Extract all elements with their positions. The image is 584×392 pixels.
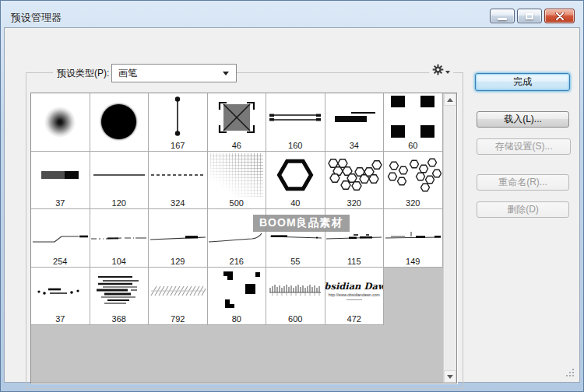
done-button[interactable]: 完成: [475, 73, 570, 91]
preset-menu-button[interactable]: [429, 62, 453, 77]
gear-icon: [432, 64, 444, 75]
preset-cell[interactable]: 368: [90, 268, 150, 326]
brush-size-label: 60: [384, 141, 442, 150]
brush-size-label: 55: [266, 257, 325, 266]
preset-list: 167 46 160346037120324500403203202541041…: [30, 93, 457, 383]
preset-cell[interactable]: 149: [384, 209, 443, 268]
preset-cell[interactable]: 60: [384, 93, 443, 152]
dialog-body: 预设类型(P): 画笔 167 46 16034603712032450040: [4, 27, 580, 383]
preset-cell[interactable]: 37: [31, 268, 90, 326]
minimize-button[interactable]: [490, 9, 515, 23]
line-dots-brush-preview: [167, 96, 188, 139]
wave-step-brush-preview: [32, 211, 89, 256]
preset-grid: 167 46 160346037120324500403203202541041…: [31, 93, 443, 383]
halftone-brush-preview: [210, 153, 263, 197]
preset-type-select[interactable]: 画笔: [111, 64, 237, 82]
preset-cell[interactable]: 500: [208, 152, 267, 210]
scrollbar-up-button[interactable]: [444, 93, 456, 106]
arrow-down-icon: [447, 375, 453, 379]
wave-broken-brush-preview: [90, 211, 147, 256]
preset-cell[interactable]: 80: [208, 268, 267, 326]
dark-bar-brush-preview: [41, 171, 79, 179]
preset-cell[interactable]: 120: [90, 152, 150, 210]
brush-size-label: 40: [266, 198, 325, 208]
window-title: 预设管理器: [11, 11, 62, 25]
preset-cell[interactable]: 34: [325, 93, 385, 152]
preset-cell[interactable]: 46: [208, 93, 267, 152]
delete-button: 删除(D): [477, 201, 569, 218]
signature-brush-preview: Obsidian Dawn http://www.obsidiandawn.co…: [325, 282, 385, 301]
dashed-line-brush-preview: [150, 173, 205, 177]
brush-size-label: 368: [90, 314, 149, 324]
minimize-icon: [498, 18, 507, 20]
wave-thick-brush-preview: [150, 211, 206, 256]
brush-size-label: 34: [325, 141, 384, 150]
window-controls: [490, 9, 575, 23]
hex-scatter-brush-preview: [385, 156, 442, 194]
brush-size-label: 792: [149, 314, 207, 324]
crop-square-brush-preview: [216, 99, 257, 136]
wave-marks-brush-preview: [385, 211, 442, 256]
soft-dot-brush-preview: [44, 106, 76, 138]
preset-cell[interactable]: [31, 93, 90, 152]
hex-cluster-brush-preview: [325, 156, 382, 194]
preset-cell[interactable]: 320: [325, 152, 385, 210]
preset-cell[interactable]: 320: [384, 152, 443, 210]
brush-size-label: 254: [31, 257, 90, 266]
preset-type-label: 预设类型(P):: [53, 67, 113, 79]
scrollbar-down-button[interactable]: [444, 370, 456, 383]
scribble-lines-brush-preview: [92, 274, 146, 308]
brush-size-label: 104: [90, 257, 149, 266]
brush-size-label: 129: [149, 257, 207, 266]
four-squares-brush-preview: [389, 96, 437, 139]
brush-size-label: 500: [208, 198, 266, 208]
brush-size-label: 149: [384, 257, 442, 266]
hatch-brush-preview: [150, 284, 206, 298]
close-button[interactable]: [544, 9, 575, 23]
arrow-up-icon: [447, 98, 453, 102]
bar-outline-brush-preview: [269, 112, 322, 123]
preset-cell[interactable]: [90, 93, 150, 152]
dots-dashes-brush-preview: [36, 276, 84, 306]
preset-type-value: 画笔: [118, 67, 137, 80]
maximize-icon: [526, 13, 533, 19]
brush-size-label: 472: [325, 314, 384, 324]
brush-size-label: 320: [384, 198, 442, 208]
tick-comb-brush-preview: [268, 280, 322, 302]
save-set-button: 存储设置(S)...: [477, 138, 571, 155]
squares-scatter-brush-preview: [213, 269, 261, 313]
brush-size-label: 115: [325, 257, 384, 266]
preset-cell[interactable]: 37: [31, 152, 90, 210]
preset-cell[interactable]: 160: [266, 93, 325, 152]
brush-size-label: 600: [266, 314, 325, 324]
preset-cell[interactable]: 129: [149, 209, 208, 268]
thick-bar-brush-preview: [332, 108, 377, 127]
brush-size-label: 37: [31, 198, 90, 208]
window-frame: 预设管理器 预设类型(P): 画笔: [0, 0, 584, 392]
preset-cell[interactable]: 254: [31, 209, 90, 268]
watermark-badge: BOOM良品素材: [253, 215, 350, 232]
brush-size-label: 46: [208, 141, 266, 150]
brush-size-label: 120: [90, 198, 149, 208]
preset-cell[interactable]: 324: [149, 152, 208, 210]
preset-cell[interactable]: Obsidian Dawn http://www.obsidiandawn.co…: [325, 268, 385, 326]
brush-size-label: 37: [31, 314, 90, 324]
brush-size-label: 160: [266, 141, 325, 150]
preset-cell[interactable]: 40: [266, 152, 325, 210]
preset-cell[interactable]: 104: [90, 209, 150, 268]
maximize-button[interactable]: [517, 9, 542, 23]
scrollbar-track[interactable]: [443, 93, 456, 383]
preset-cell[interactable]: 167: [149, 93, 208, 152]
chevron-down-icon: [223, 72, 229, 75]
brush-size-label: 320: [325, 198, 384, 208]
hexagon-brush-preview: [275, 157, 315, 193]
load-button[interactable]: 载入(L)...: [477, 111, 569, 128]
resize-grip[interactable]: [566, 369, 575, 378]
thin-line-brush-preview: [93, 174, 145, 176]
chevron-down-icon: [445, 71, 450, 74]
brush-size-label: 216: [208, 257, 266, 266]
brush-size-label: 167: [149, 141, 207, 150]
preset-cell[interactable]: 600: [266, 268, 325, 326]
brush-size-label: 324: [149, 198, 207, 208]
preset-cell[interactable]: 792: [149, 268, 208, 326]
